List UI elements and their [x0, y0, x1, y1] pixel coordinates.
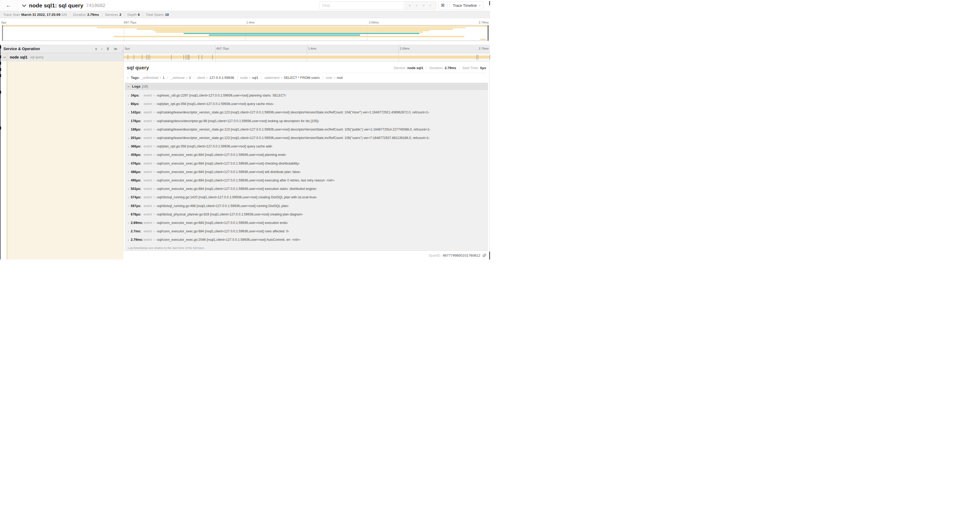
span-color-strip: [6, 53, 8, 61]
summary-item: Total Spans 10: [140, 13, 169, 17]
log-row[interactable]: › 597μs: event = ‹sql/distsql_running.go…: [125, 201, 488, 210]
log-equals: =: [153, 170, 154, 174]
span-id-label: SpanID:: [429, 254, 441, 257]
expand-all-icon[interactable]: ≫: [113, 47, 118, 51]
log-marker: [490, 54, 490, 60]
detail-meta-value: 0μs: [480, 66, 486, 70]
logs-header[interactable]: Logs (18): [125, 83, 488, 90]
expand-one-icon[interactable]: ›: [101, 47, 102, 51]
log-marker: [199, 54, 199, 60]
column-resizer-handle[interactable]: ‖: [122, 50, 123, 53]
log-timestamp: 486μs:: [130, 170, 143, 174]
timeline-ticks: 0μs697.75μs1.4ms2.09ms2.79ms: [124, 45, 490, 53]
find-prev-icon[interactable]: ∧: [415, 4, 418, 7]
log-row[interactable]: › 486μs: event = ‹sql/conn_executor_exec…: [125, 168, 488, 176]
trace-collapse-chevron-icon[interactable]: [22, 3, 26, 7]
trace-view-selector[interactable]: Trace Timeline: [449, 1, 484, 10]
chevron-right-icon: ›: [128, 170, 129, 174]
log-row[interactable]: › 502μs: event = ‹sql/conn_executor_exec…: [125, 185, 488, 193]
log-row[interactable]: › 459μs: event = ‹sql/conn_executor_exec…: [125, 150, 488, 159]
span-operation-name: sql query: [30, 55, 44, 59]
summary-value-suffix: .326: [60, 13, 67, 17]
focus-target-icon[interactable]: ⌖: [409, 3, 411, 7]
minimap-span-bar: [184, 33, 419, 34]
chevron-right-icon: ›: [128, 212, 129, 216]
minimap-left-drag-handle[interactable]: [2, 25, 3, 41]
log-equals: =: [153, 179, 154, 182]
log-row[interactable]: › 678μs: event = ‹sql/distsql_physical_p…: [125, 210, 488, 219]
tags-title: Tags:: [131, 76, 140, 80]
tag-value: root: [337, 76, 342, 80]
chevron-right-icon: ›: [128, 238, 129, 241]
log-row[interactable]: › 201μs: event = ‹sql/catalog/lease/desc…: [125, 134, 488, 142]
span-name-cell[interactable]: node sql1 sql query: [0, 53, 123, 61]
log-row[interactable]: › 366μs: event = ‹sql/plan_opt.go:358 [n…: [125, 142, 488, 150]
collapse-all-icon[interactable]: ≫: [106, 47, 110, 51]
find-clear-icon[interactable]: ×: [430, 4, 431, 7]
span-duration-bar[interactable]: [124, 56, 490, 59]
detail-meta-label: Start Time:: [462, 66, 479, 70]
keyboard-shortcuts-button[interactable]: ⌘: [438, 1, 447, 10]
back-button[interactable]: ←: [0, 0, 18, 11]
tag-equals: =: [249, 76, 251, 79]
log-row[interactable]: › 189μs: event = ‹sql/catalog/lease/desc…: [125, 125, 488, 134]
span-timeline-cell[interactable]: [123, 53, 490, 61]
minimap-canvas[interactable]: [2, 25, 489, 41]
chevron-right-icon: ›: [128, 204, 129, 208]
tag-key: node: [240, 76, 248, 80]
span-collapse-chevron-icon[interactable]: [3, 56, 6, 58]
log-row[interactable]: › 2.7ms: event = ‹sql/conn_executor_exec…: [125, 227, 488, 235]
log-row[interactable]: › 80μs: event = ‹sql/plan_opt.go:358 [ns…: [125, 100, 488, 108]
chevron-right-icon: ›: [128, 111, 129, 114]
log-row[interactable]: › 176μs: event = ‹sql/catalog/descs/desc…: [125, 117, 488, 125]
log-equals: =: [153, 94, 154, 97]
log-field-name: event: [143, 110, 152, 114]
collapse-controls: ∨ › ≫ ≫: [95, 45, 118, 53]
collapse-one-icon[interactable]: ∨: [95, 47, 97, 51]
time-tick-label: 697.75μs: [216, 47, 229, 50]
tag-equals: =: [160, 76, 161, 79]
log-row[interactable]: › 2.79ms: event = ‹sql/conn_executor_exe…: [125, 235, 488, 244]
find-next-icon[interactable]: ∨: [422, 4, 425, 7]
tag-value: SELECT * FROM users: [284, 76, 320, 80]
tag-item: client = 127.0.0.1:59936: [191, 76, 234, 80]
log-equals: =: [153, 187, 154, 190]
tags-row[interactable]: › Tags: _unfinished = 1 _verbose = 1: [124, 73, 489, 83]
log-row[interactable]: › 476μs: event = ‹sql/conn_executor_exec…: [125, 159, 488, 168]
tag-equals: =: [186, 76, 188, 79]
log-field-name: event: [143, 145, 152, 148]
minimap-right-drag-handle[interactable]: [488, 25, 488, 41]
chevron-right-icon: ›: [128, 187, 129, 191]
detail-header[interactable]: sql query Service: node sql1 Duration: 2…: [124, 62, 489, 73]
log-timestamp: 366μs:: [130, 145, 143, 148]
log-timestamp: 189μs:: [130, 128, 143, 131]
deep-link-icon[interactable]: [482, 254, 486, 257]
log-equals: =: [153, 221, 154, 224]
find-input[interactable]: [320, 2, 404, 9]
tag-value: 1: [162, 76, 164, 80]
summary-value: 2: [119, 13, 121, 17]
time-tick-label: 0μs: [1, 21, 6, 24]
log-row[interactable]: › 34μs: event = ‹sql/exec_util.go:2297 […: [125, 91, 488, 100]
timeline-left-header: Service & Operation ∨ › ≫ ≫ ‖: [0, 45, 123, 53]
summary-label: Services: [105, 13, 118, 17]
log-row[interactable]: › 2.69ms: event = ‹sql/conn_executor_exe…: [125, 219, 488, 227]
detail-meta-value: 2.79ms: [445, 66, 456, 70]
log-marker: [146, 54, 147, 60]
log-row[interactable]: › 142μs: event = ‹sql/catalog/lease/desc…: [125, 108, 488, 117]
time-tick-label: 2.09ms: [369, 21, 379, 24]
log-equals: =: [153, 213, 154, 216]
log-marker: [188, 54, 189, 60]
log-field-name: event: [143, 162, 152, 165]
log-row[interactable]: › 495μs: event = ‹sql/conn_executor_exec…: [125, 176, 488, 185]
log-field-value: ‹sql/plan_opt.go:358 [nsql1,client=127.0…: [156, 102, 274, 106]
log-field-value: ‹sql/exec_util.go:2297 [nsql1,client=127…: [156, 94, 286, 97]
log-field-name: event: [143, 221, 152, 225]
left-edge-notch: [0, 68, 1, 71]
log-equals: =: [153, 128, 154, 131]
tag-value: 1: [189, 76, 191, 80]
log-equals: =: [153, 230, 154, 233]
log-row[interactable]: › 574μs: event = ‹sql/distsql_running.go…: [125, 193, 488, 201]
trace-id: 7418682: [86, 3, 105, 8]
span-indent-guide: [6, 61, 8, 260]
